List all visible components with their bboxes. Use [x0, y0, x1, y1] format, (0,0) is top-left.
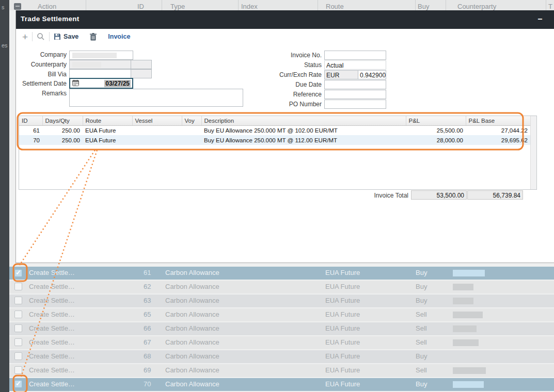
- counterparty-field[interactable]: [69, 60, 131, 69]
- grid-col-description[interactable]: Description: [201, 116, 406, 125]
- row-checkbox[interactable]: [14, 297, 22, 304]
- row-checkbox[interactable]: [14, 338, 22, 346]
- save-label: Save: [64, 33, 78, 40]
- invoice-total-label: Invoice Total: [305, 192, 408, 199]
- status-field[interactable]: Actual: [324, 60, 386, 70]
- column-header-type: Type: [170, 3, 185, 10]
- grid-col-voy[interactable]: Voy: [182, 116, 201, 125]
- grid-row[interactable]: 61 250.00 EUA Future Buy EU Allowance 25…: [19, 125, 530, 135]
- sidebar-label-fragment: es: [2, 42, 8, 48]
- action-cell[interactable]: Create Settle…: [29, 297, 75, 304]
- due-date-label: Due Date: [265, 81, 322, 88]
- table-row[interactable]: ✓ Create Settle… 61 Carbon Allowance EUA…: [9, 267, 554, 280]
- side-cell: Buy: [416, 283, 427, 290]
- action-cell[interactable]: Create Settle…: [29, 352, 75, 360]
- grid-col-days-qty[interactable]: Days/Qty: [42, 116, 83, 125]
- check-icon: ✓: [15, 380, 21, 387]
- counterparty-code-field[interactable]: [131, 60, 152, 69]
- grid-scrollbar[interactable]: [530, 116, 536, 189]
- action-cell[interactable]: Create Settle…: [29, 366, 75, 374]
- add-icon[interactable]: +: [22, 32, 28, 42]
- counterparty-redacted: [453, 381, 484, 388]
- delete-icon[interactable]: [90, 33, 97, 41]
- grid-col-route[interactable]: Route: [83, 116, 132, 125]
- company-field[interactable]: [69, 51, 133, 60]
- grid-id-cell: 61: [19, 125, 42, 135]
- table-row[interactable]: Create Settle… 67 Carbon Allowance EUA F…: [9, 336, 554, 349]
- route-cell: EUA Future: [325, 366, 360, 374]
- save-button[interactable]: Save: [54, 33, 78, 40]
- side-cell: Buy: [416, 352, 427, 360]
- row-checkbox[interactable]: [14, 324, 22, 332]
- row-checkbox[interactable]: [14, 352, 22, 360]
- counterparty-redacted: [453, 312, 483, 318]
- table-row[interactable]: Create Settle… 68 Carbon Allowance EUA F…: [9, 350, 554, 363]
- grid-pl-cell: 28,000.00: [406, 135, 466, 145]
- exch-rate-field[interactable]: 0.942900: [358, 70, 386, 79]
- action-cell[interactable]: Create Settle…: [29, 338, 75, 346]
- id-cell: 67: [144, 338, 151, 346]
- column-header-action: Action: [38, 3, 56, 10]
- settlement-date-label: Settlement Date: [10, 80, 67, 87]
- due-date-field[interactable]: [324, 80, 386, 89]
- dialog-titlebar: Trade Settlement –: [16, 10, 554, 29]
- column-header-buy: Buy: [418, 3, 429, 10]
- trade-settlement-dialog: Trade Settlement – + Save Invoice Compan…: [15, 10, 554, 263]
- column-header-trade: T: [548, 3, 552, 10]
- invoice-no-field[interactable]: [324, 51, 386, 60]
- route-cell: EUA Future: [325, 283, 360, 290]
- bill-via-code-field[interactable]: [131, 69, 152, 78]
- po-number-field[interactable]: [324, 100, 386, 109]
- po-number-label: PO Number: [265, 101, 322, 108]
- grid-row[interactable]: 70 250.00 EUA Future Buy EU Allowance 25…: [19, 135, 530, 145]
- row-checkbox[interactable]: [14, 366, 22, 374]
- grid-description-cell: Buy EU Allowance 250.000 MT @ 102.00 EUR…: [201, 125, 406, 135]
- search-icon[interactable]: [37, 32, 45, 41]
- dialog-title: Trade Settlement: [21, 15, 80, 23]
- calendar-icon[interactable]: [72, 80, 79, 86]
- select-all-checkbox[interactable]: [14, 3, 21, 10]
- row-checkbox[interactable]: ✓: [14, 269, 22, 277]
- check-icon: ✓: [15, 269, 21, 276]
- action-cell[interactable]: Create Settle…: [29, 380, 75, 388]
- remarks-field[interactable]: [69, 89, 243, 107]
- currency-field[interactable]: EUR: [324, 70, 358, 79]
- grid-col-pl-base[interactable]: P&L Base: [466, 116, 530, 125]
- reference-field[interactable]: [324, 90, 386, 99]
- grid-col-id[interactable]: ID: [19, 116, 42, 125]
- grid-route-cell: EUA Future: [83, 125, 132, 135]
- invoice-no-label: Invoice No.: [265, 52, 322, 59]
- dialog-toolbar: + Save Invoice: [16, 29, 554, 44]
- id-cell: 65: [144, 311, 151, 318]
- route-cell: EUA Future: [325, 311, 360, 318]
- minimize-icon[interactable]: –: [535, 14, 545, 25]
- row-checkbox[interactable]: [14, 283, 22, 290]
- action-cell[interactable]: Create Settle…: [29, 283, 75, 290]
- grid-col-vessel[interactable]: Vessel: [132, 116, 182, 125]
- action-cell[interactable]: Create Settle…: [29, 311, 75, 318]
- invoice-button[interactable]: Invoice: [108, 33, 130, 40]
- table-row[interactable]: Create Settle… 65 Carbon Allowance EUA F…: [9, 308, 554, 321]
- save-icon: [54, 33, 61, 40]
- settlement-date-field[interactable]: 03/27/25: [69, 78, 133, 89]
- table-row[interactable]: Create Settle… 69 Carbon Allowance EUA F…: [9, 364, 554, 377]
- type-cell: Carbon Allowance: [165, 283, 219, 290]
- grid-col-pl[interactable]: P&L: [406, 116, 466, 125]
- id-cell: 68: [144, 352, 151, 360]
- table-row[interactable]: Create Settle… 62 Carbon Allowance EUA F…: [9, 281, 554, 293]
- row-checkbox[interactable]: ✓: [14, 380, 22, 388]
- bill-via-field[interactable]: [69, 69, 131, 78]
- table-row[interactable]: Create Settle… 66 Carbon Allowance EUA F…: [9, 322, 554, 335]
- table-row[interactable]: Create Settle… 63 Carbon Allowance EUA F…: [9, 295, 554, 307]
- side-cell: Buy: [416, 269, 427, 276]
- curr-exch-rate-label: Curr/Exch Rate: [265, 71, 322, 78]
- action-cell[interactable]: Create Settle…: [29, 269, 75, 276]
- action-cell[interactable]: Create Settle…: [29, 324, 75, 332]
- row-checkbox[interactable]: [14, 311, 22, 318]
- id-cell: 62: [144, 283, 151, 290]
- side-cell: Buy: [416, 380, 427, 388]
- settlement-lines-grid: ID Days/Qty Route Vessel Voy Description…: [19, 116, 537, 190]
- table-row[interactable]: ✓ Create Settle… 70 Carbon Allowance EUA…: [9, 378, 554, 391]
- sidebar-label-fragment: s: [2, 4, 5, 10]
- invoice-total-pl-base: 56,739.84: [467, 190, 523, 200]
